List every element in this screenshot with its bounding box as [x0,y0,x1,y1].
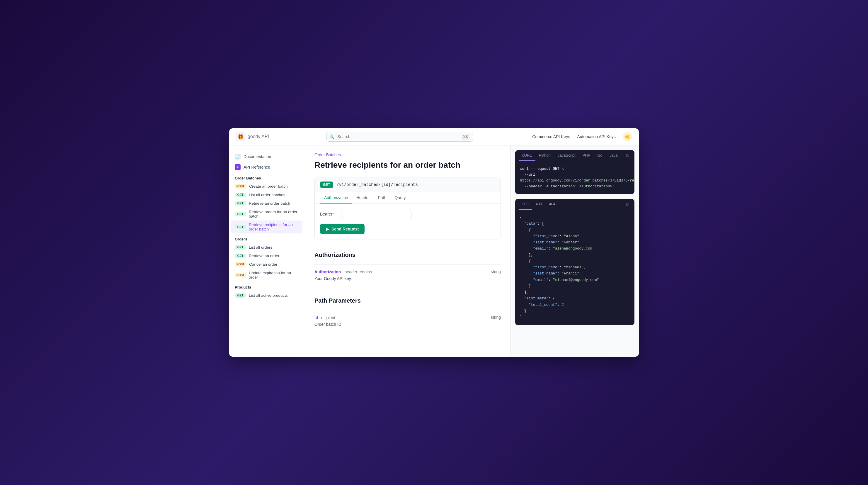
code-tab-go[interactable]: Go [594,150,606,161]
post-badge: POST [235,262,246,266]
section-title-orders: Orders [229,233,305,243]
bearer-label: Bearer* [320,212,338,217]
bearer-input[interactable] [341,209,411,219]
auth-name: Authorization [314,269,341,274]
sidebar-link-list-order-batches[interactable]: GET List all order batches [229,191,305,199]
header: 🎁 goody API 🔍 ⌘K Commerce API Keys Autom… [229,128,639,145]
param-description: Order batch ID [314,322,341,327]
sidebar-link-create-order-batch[interactable]: POST Create an order batch [229,182,305,191]
request-box: GET /v1/order_batches/{id}/recipients Au… [314,177,501,240]
breadcrumb: Order Batches [314,152,501,157]
sidebar-link-list-orders[interactable]: GET List all orders [229,243,305,252]
sidebar-item-documentation[interactable]: 📄 Documentation [229,151,305,162]
code-panel: cURL Python JavaScript PHP Go Java ⧉ cur… [515,150,634,194]
path-parameters-title: Path Parameters [314,295,501,304]
param-required: required [321,315,335,320]
sidebar-link-retrieve-orders-for-batch[interactable]: GET Retrieve orders for an order batch [229,208,305,221]
auth-meta: header required [345,269,374,274]
auth-description: Your Goody API key. [314,276,374,281]
param-info: id required Order batch ID [314,315,341,327]
section-title-order-batches: Order Batches [229,172,305,182]
main-layout: 📄 Documentation ⚡ API Reference Order Ba… [229,145,639,357]
logo-area: 🎁 goody API [236,132,294,141]
sidebar-link-cancel-order[interactable]: POST Cancel an order [229,260,305,268]
request-body: Bearer* ▶ Send Request [315,204,500,239]
json-block: { "data": [ { "first_name": "Alena", "la… [515,210,634,325]
param-type: string [491,315,501,320]
get-badge: GET [235,293,246,297]
copy-code-button[interactable]: ⧉ [623,151,631,161]
doc-icon: 📄 [235,154,241,160]
search-kbd: ⌘K [461,134,470,140]
get-badge: GET [235,245,246,250]
response-tabs: 200 400 404 ⧉ [515,199,634,210]
auth-type: string [491,269,501,274]
authorizations-title: Authorizations [314,249,501,258]
copy-response-button[interactable]: ⧉ [623,199,631,209]
path-parameters-section: Path Parameters id required Order batch … [314,295,501,331]
sidebar-link-retrieve-order[interactable]: GET Retrieve an order [229,252,305,260]
search-input[interactable] [327,132,473,142]
code-tab-python[interactable]: Python [535,150,554,161]
automation-api-keys-link[interactable]: Automation API Keys [577,134,616,139]
sidebar-link-list-products[interactable]: GET List all active products [229,291,305,300]
logo-text: goody API [248,134,269,139]
tab-query[interactable]: Query [390,192,410,203]
code-tab-curl[interactable]: cURL [519,150,535,161]
get-badge: GET [235,254,246,258]
get-badge: GET [235,212,246,217]
code-tab-java[interactable]: Java [606,150,621,161]
page-title: Retrieve recipients for an order batch [314,160,501,170]
request-header: GET /v1/order_batches/{id}/recipients [315,177,500,192]
get-badge: GET [235,225,246,229]
right-panel: cURL Python JavaScript PHP Go Java ⧉ cur… [510,145,639,357]
send-request-button[interactable]: ▶ Send Request [320,224,365,234]
sidebar-item-api-reference[interactable]: ⚡ API Reference [229,162,305,172]
sidebar-link-retrieve-order-batch[interactable]: GET Retrieve an order batch [229,199,305,208]
code-block: curl --request GET \ --url https://api.o… [515,161,634,194]
tab-path[interactable]: Path [374,192,391,203]
logo-icon: 🎁 [236,132,245,141]
sidebar-link-update-expiration[interactable]: POST Update expiration for an order [229,268,305,282]
play-icon: ▶ [326,227,329,231]
response-panel: 200 400 404 ⧉ { "data": [ { "first_name"… [515,199,634,325]
param-name: id [314,315,318,320]
code-tabs: cURL Python JavaScript PHP Go Java ⧉ [515,150,634,161]
post-badge: POST [235,184,246,189]
request-tabs: Authorization Header Path Query [315,192,500,204]
get-badge: GET [235,201,246,205]
auth-row: Authorization header required Your Goody… [314,264,501,286]
app-container: 🎁 goody API 🔍 ⌘K Commerce API Keys Autom… [229,128,639,357]
code-tab-php[interactable]: PHP [579,150,594,161]
resp-tab-200[interactable]: 200 [519,199,532,210]
endpoint-path: /v1/order_batches/{id}/recipients [337,182,418,187]
get-badge: GET [235,193,246,197]
code-tab-javascript[interactable]: JavaScript [554,150,579,161]
sidebar-link-retrieve-recipients[interactable]: GET Retrieve recipients for an order bat… [231,221,303,233]
theme-toggle-button[interactable]: ☀️ [623,132,632,141]
tab-header[interactable]: Header [352,192,374,203]
post-badge: POST [235,273,246,277]
tab-authorization[interactable]: Authorization [320,192,352,203]
sidebar: 📄 Documentation ⚡ API Reference Order Ba… [229,145,305,357]
header-nav: Commerce API Keys Automation API Keys ☀️ [532,132,632,141]
commerce-api-keys-link[interactable]: Commerce API Keys [532,134,570,139]
param-row: id required Order batch ID string [314,310,501,331]
resp-tab-400[interactable]: 400 [532,199,546,210]
method-badge-get: GET [320,181,333,188]
main-content: Order Batches Retrieve recipients for an… [305,145,510,357]
api-ref-icon: ⚡ [235,164,241,170]
resp-tab-404[interactable]: 404 [545,199,559,210]
search-icon: 🔍 [330,134,334,139]
section-title-products: Products [229,282,305,291]
bearer-row: Bearer* [320,209,495,219]
search-bar: 🔍 ⌘K [327,132,473,142]
required-asterisk: * [332,212,334,217]
auth-info: Authorization header required Your Goody… [314,269,374,281]
